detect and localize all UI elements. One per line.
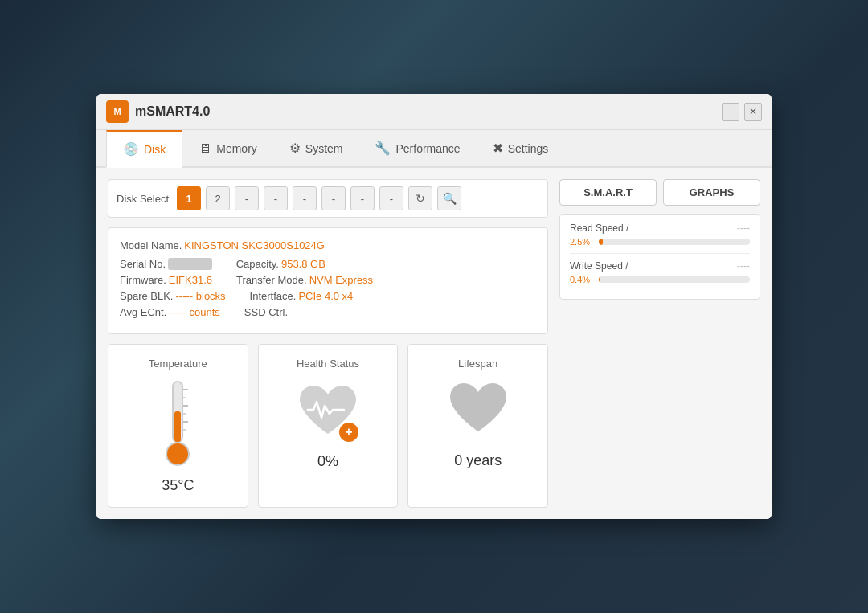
write-speed-label: Write Speed / [570,260,628,272]
disk-button-2[interactable]: 2 [206,186,230,210]
write-speed-dashes: ---- [737,260,750,272]
smart-graphs-buttons: S.M.A.R.T GRAPHS [559,179,760,206]
model-value: KINGSTON SKC3000S1024G [184,239,325,251]
avgecc-ssdctrl-row: Avg ECnt. ----- counts SSD Ctrl. [120,306,536,318]
serial-label: Serial No. [120,258,166,270]
temperature-card: Temperature [108,344,248,508]
app-logo: M [106,100,129,123]
write-speed-bar-container: 0.4% [570,275,750,284]
disk-info-panel: Model Name. KINGSTON SKC3000S1024G Seria… [108,227,548,334]
avgecc-value: ----- counts [169,306,220,318]
nav-tabs: 💿 Disk 🖥 Memory ⚙ System 🔧 Performance ✖… [96,130,772,168]
avgecc-label: Avg ECnt. [120,306,166,318]
lifespan-title: Lifespan [458,358,497,370]
health-value: 0% [317,453,338,470]
write-speed-pct: 0.4% [570,275,594,284]
disk-button-4[interactable]: - [264,186,288,210]
left-panel: Disk Select 1 2 - - - - - - ↻ 🔍 Model Na… [108,179,548,508]
temperature-title: Temperature [149,358,207,370]
app-window: M mSMART4.0 — ✕ 💿 Disk 🖥 Memory ⚙ System… [96,94,772,519]
disk-button-7[interactable]: - [350,186,375,210]
system-tab-icon: ⚙ [289,141,301,156]
speed-panel: Read Speed / ---- 2.5% Write Speed / [559,214,760,300]
tab-system[interactable]: ⚙ System [273,130,359,168]
right-panel: S.M.A.R.T GRAPHS Read Speed / ---- 2.5% [559,179,760,508]
capacity-item: Capacity. 953.8 GB [236,258,326,270]
write-speed-bar-bg [599,276,750,283]
model-label: Model Name. [120,239,182,251]
memory-tab-icon: 🖥 [199,141,211,156]
firmware-label: Firmware. [120,274,166,286]
minimize-button[interactable]: — [722,103,739,121]
model-row: Model Name. KINGSTON SKC3000S1024G [120,239,536,251]
svg-rect-1 [174,411,181,442]
transfer-value: NVM Express [309,274,373,286]
spare-interface-row: Spare BLK. ----- blocks Intertface. PCIe… [120,290,536,302]
spare-value: ----- blocks [176,290,226,302]
memory-tab-label: Memory [216,142,257,155]
write-speed-header: Write Speed / ---- [570,260,750,272]
disk-tab-label: Disk [144,143,166,156]
disk-button-8[interactable]: - [379,186,403,210]
serial-value: •••••••••••• [168,258,212,270]
svg-point-2 [166,443,189,465]
interface-value: PCIe 4.0 x4 [298,290,353,302]
close-button[interactable]: ✕ [744,103,762,121]
capacity-value: 953.8 GB [281,258,326,270]
disk-select-row: Disk Select 1 2 - - - - - - ↻ 🔍 [108,179,548,218]
speed-divider [570,253,750,254]
transfer-item: Transfer Mode. NVM Express [236,274,373,286]
interface-label: Intertface. [250,290,297,302]
disk-select-label: Disk Select [117,193,169,205]
lifespan-value: 0 years [454,452,502,469]
spare-label: Spare BLK. [120,290,174,302]
read-speed-bar-container: 2.5% [570,237,750,247]
health-heart-container: + [296,379,360,443]
lifespan-heart-container [446,379,510,443]
firmware-transfer-row: Firmware. EIFK31.6 Transfer Mode. NVM Ex… [120,274,536,286]
title-bar: M mSMART4.0 — ✕ [96,94,772,130]
read-speed-label: Read Speed / [570,223,628,234]
capacity-label: Capacity. [236,258,279,270]
graphs-button[interactable]: GRAPHS [663,179,760,206]
disk-button-6[interactable]: - [321,186,346,210]
tab-performance[interactable]: 🔧 Performance [358,130,476,168]
tab-disk[interactable]: 💿 Disk [106,130,182,168]
health-card: Health Status + 0% [258,344,399,508]
transfer-label: Transfer Mode. [236,274,307,286]
title-controls: — ✕ [722,103,762,121]
main-content: Disk Select 1 2 - - - - - - ↻ 🔍 Model Na… [96,168,772,519]
performance-tab-icon: 🔧 [375,141,391,156]
interface-item: Intertface. PCIe 4.0 x4 [250,290,354,302]
system-tab-label: System [305,142,343,155]
settings-tab-label: Settings [508,142,549,155]
avgecc-item: Avg ECnt. ----- counts [120,306,220,318]
read-speed-bar-bg [599,239,750,245]
lifespan-heart-icon [446,379,510,439]
write-speed-bar-fill [599,276,600,283]
firmware-value: EIFK31.6 [169,274,212,286]
health-plus-icon: + [339,423,358,442]
disk-button-1[interactable]: 1 [177,186,201,210]
performance-tab-label: Performance [395,142,460,155]
settings-tab-icon: ✖ [493,141,503,156]
ssdctrl-label: SSD Ctrl. [244,306,288,318]
smart-button[interactable]: S.M.A.R.T [559,179,657,206]
read-speed-row: Read Speed / ---- 2.5% [570,223,750,247]
read-speed-pct: 2.5% [570,237,594,247]
tab-memory[interactable]: 🖥 Memory [182,130,273,168]
write-speed-row: Write Speed / ---- 0.4% [570,260,750,284]
tab-settings[interactable]: ✖ Settings [477,130,565,168]
read-speed-header: Read Speed / ---- [570,223,750,234]
bottom-cards: Temperature [108,344,548,508]
disk-button-3[interactable]: - [235,186,259,210]
title-bar-left: M mSMART4.0 [106,100,210,123]
health-title: Health Status [297,358,359,370]
lifespan-card: Lifespan 0 years [407,344,548,508]
read-speed-dashes: ---- [737,223,750,234]
read-speed-bar-fill [599,239,603,245]
refresh-button[interactable]: ↻ [408,186,432,210]
disk-tab-icon: 💿 [123,141,139,157]
disk-button-5[interactable]: - [293,186,317,210]
search-button[interactable]: 🔍 [437,186,461,210]
